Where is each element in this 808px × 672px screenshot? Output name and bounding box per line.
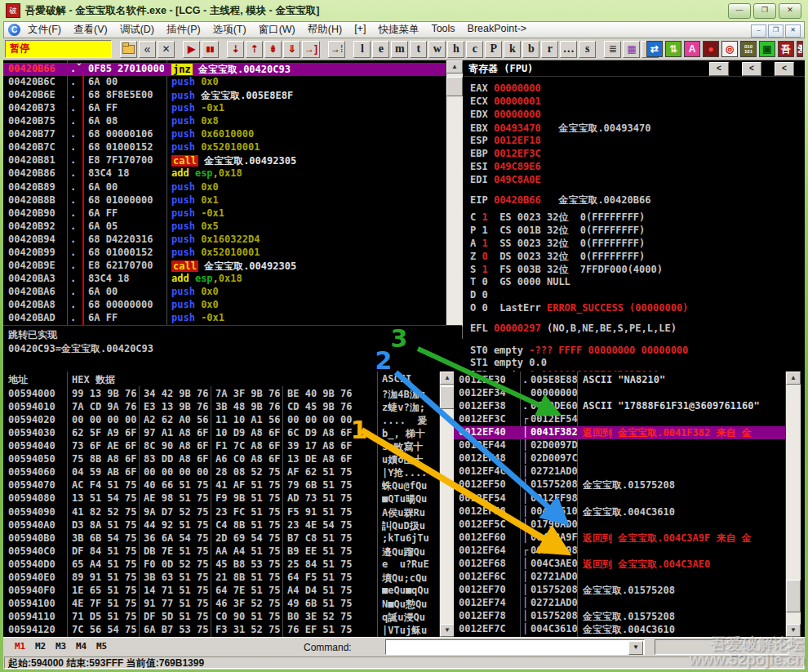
dump-scrollbar[interactable]: ▲ ▼ bbox=[439, 372, 455, 637]
plugin-binary-010-icon[interactable]: 010101 bbox=[740, 41, 757, 57]
disasm-row[interactable]: 00420B9E.E8 62170700call 金宝宝取.00492305 bbox=[3, 260, 446, 273]
window-letter-button-b[interactable]: b bbox=[522, 41, 539, 58]
stack-row[interactable]: 0012EF58│004C3610金宝宝取.004C3610 bbox=[454, 505, 785, 518]
disasm-row[interactable]: 00420B89.6A 00push 0x0 bbox=[3, 181, 446, 194]
disasm-row[interactable]: 00420B99.68 01000152push 0x52010001 bbox=[3, 247, 446, 260]
plugin-wu-logo-icon[interactable]: 吾 bbox=[778, 41, 794, 57]
dump-row[interactable]: 0059411071 D5 51 75DF 5D 51 75C0 90 51 7… bbox=[3, 611, 439, 624]
handles-button[interactable]: ▦ bbox=[623, 41, 640, 58]
register-row[interactable]: EIP 00420B66 金宝宝取.00420B66 bbox=[470, 194, 650, 207]
disasm-row[interactable]: 00420B6E.68 8F8E5E00push 金宝宝取.005E8E8F bbox=[3, 89, 446, 102]
disasm-row[interactable]: 00420B73.6A FFpush -0x1 bbox=[3, 102, 446, 115]
register-row[interactable]: A 1 SS 0023 32位 0(FFFFFFFF) bbox=[470, 237, 645, 251]
dump-row[interactable]: 005940C0DF 84 51 75DB 7E 51 75AA A4 51 7… bbox=[3, 545, 439, 559]
register-row[interactable]: S 1 FS 003B 32位 7FFDF000(4000) bbox=[470, 263, 663, 277]
register-row[interactable]: ECX 00000001 bbox=[470, 96, 541, 107]
disasm-row[interactable]: 00420BA6.6A 00push 0x0 bbox=[3, 286, 446, 299]
dump-row[interactable]: 0059402000 00 00 00A2 62 A0 5611 10 A1 5… bbox=[3, 414, 439, 427]
stack-row[interactable]: 0012EF48│02D0097C bbox=[454, 452, 785, 465]
disasm-row[interactable]: 00420B75.6A 08push 0x8 bbox=[3, 115, 446, 128]
disasm-row[interactable]: 00420B94.68 D4220316push 0x160322D4 bbox=[3, 234, 446, 247]
register-row[interactable]: EBP 0012EF3C bbox=[470, 148, 541, 159]
dump-row[interactable]: 0059406004 59 AB 6F00 00 00 0028 08 52 7… bbox=[3, 466, 439, 479]
dump-row[interactable]: 005940107A CD 9A 76E3 13 9B 763B 48 9B 7… bbox=[3, 401, 439, 414]
disasm-row[interactable]: 00420B66.ˇ0F85 27010000jnz 金宝宝取.00420C93 bbox=[3, 63, 446, 76]
plugin-updown-icon[interactable]: ⇅ bbox=[665, 41, 681, 57]
disassembly-pane[interactable]: 00420B66.ˇ0F85 27010000jnz 金宝宝取.00420C93… bbox=[3, 60, 446, 325]
step-button[interactable]: →] bbox=[302, 41, 320, 58]
stack-row[interactable]: 0012EF40│0041F382返回到 金宝宝取.0041F382 来自 金 bbox=[454, 426, 785, 439]
disasm-row[interactable]: 00420B7C.68 01000152push 0x52010001 bbox=[3, 141, 446, 154]
disasm-row[interactable]: 00420B86.83C4 18add esp,0x18 bbox=[3, 167, 446, 180]
window-letter-button-m[interactable]: m bbox=[391, 41, 408, 58]
register-row[interactable]: O 0 LastErr ERROR_SUCCESS (00000000) bbox=[470, 302, 688, 314]
plugin-target-icon[interactable]: ◎ bbox=[721, 41, 738, 57]
stack-row[interactable]: 0012EF60│004C3A9F返回到 金宝宝取.004C3A9F 来自 金 bbox=[454, 532, 785, 545]
window-letter-button-l[interactable]: l bbox=[353, 41, 371, 58]
register-row[interactable]: ESP 0012EF18 bbox=[470, 135, 541, 146]
plugin-swap-icon[interactable]: ⇄ bbox=[646, 41, 663, 57]
windows-list-button[interactable]: ≣ bbox=[604, 41, 621, 58]
dump-row[interactable]: 0059400099 13 9B 7634 42 9B 767A 3F 9B 7… bbox=[3, 388, 439, 401]
mdi-restore-button[interactable]: ❐ bbox=[768, 24, 784, 38]
mdi-minimize-button[interactable]: – bbox=[751, 24, 766, 38]
maximize-button[interactable]: ❐ bbox=[753, 3, 776, 19]
register-row[interactable]: Z 0 DS 0023 32位 0(FFFFFFFF) bbox=[470, 250, 645, 264]
plugin-clipped-icon[interactable]: 爱 bbox=[797, 41, 803, 57]
memory-tab-M3[interactable]: M3 bbox=[55, 641, 66, 652]
stack-row[interactable]: 0012EF70│01575208金宝宝取.01575208 bbox=[454, 584, 785, 597]
window-letter-button-P[interactable]: P bbox=[485, 41, 502, 58]
menu-item[interactable]: BreakPoint-> bbox=[468, 23, 527, 37]
dump-row[interactable]: 0059403062 5F A9 6F97 A1 A8 6F10 D9 A8 6… bbox=[3, 427, 439, 440]
open-file-button[interactable] bbox=[120, 41, 137, 58]
menu-item[interactable]: 插件(P) bbox=[166, 23, 201, 37]
scroll-down-icon[interactable]: ▼ bbox=[440, 624, 455, 637]
window-letter-button-s[interactable]: s bbox=[579, 41, 596, 58]
dump-row[interactable]: 005941004E 7F 51 7591 77 51 7546 3F 52 7… bbox=[3, 598, 439, 611]
dump-row[interactable]: 0059404073 6F AE 6F8C 90 A8 6FF1 7C A8 6… bbox=[3, 440, 439, 453]
scroll-up-icon[interactable]: ▲ bbox=[446, 60, 463, 73]
memory-tab-M5[interactable]: M5 bbox=[96, 641, 107, 652]
plugin-window-green-icon[interactable]: ▣ bbox=[759, 41, 775, 57]
stack-row[interactable]: 0012EF68│004C3AE0返回到 金宝宝取.004C3AE0 bbox=[454, 558, 785, 571]
pause-button[interactable]: ▮▮ bbox=[202, 41, 219, 58]
disasm-row[interactable]: 00420B6C.6A 00push 0x0 bbox=[3, 76, 446, 89]
scroll-down-icon[interactable]: ▼ bbox=[786, 624, 801, 637]
register-row[interactable]: EDI 049C8A0E bbox=[470, 174, 541, 185]
disasm-row[interactable]: 00420B90.6A FFpush -0x1 bbox=[3, 207, 446, 220]
dump-row[interactable]: 005940F01E 65 51 7514 71 51 7564 7E 51 7… bbox=[3, 585, 439, 598]
menu-item[interactable]: 查看(V) bbox=[73, 23, 108, 37]
disasm-row[interactable]: 00420BA3.83C4 18add esp,0x18 bbox=[3, 273, 446, 286]
dump-row[interactable]: 0059408013 51 54 75AE 98 51 75F9 9B 51 7… bbox=[3, 492, 439, 505]
disasm-row[interactable]: 00420BA8.68 00000000push 0x0 bbox=[3, 299, 446, 312]
stack-row[interactable]: 0012EF3C┌0012EF54 bbox=[454, 413, 785, 426]
dropdown-arrow-icon[interactable]: ▼ bbox=[628, 641, 643, 655]
stack-row[interactable]: 0012EF38.04A0DE60ASCII "17888F61F31@3609… bbox=[454, 400, 785, 413]
step-button[interactable]: ⇓ bbox=[283, 41, 300, 58]
dump-row[interactable]: 00594070AC F4 51 7540 66 51 7541 AF 51 7… bbox=[3, 479, 439, 492]
goto-button[interactable]: →⁞ bbox=[328, 41, 345, 58]
menu-item[interactable]: Tools bbox=[431, 23, 455, 37]
window-letter-button-w[interactable]: w bbox=[428, 41, 446, 58]
stack-row[interactable]: 0012EF3400000000 bbox=[454, 387, 785, 400]
stack-row[interactable]: 0012EF50│01575208金宝宝取.01575208 bbox=[454, 478, 785, 492]
menu-item[interactable]: 快捷菜单 bbox=[378, 23, 419, 37]
dump-row[interactable]: 005940A0D3 8A 51 7544 92 51 75C4 8B 51 7… bbox=[3, 519, 439, 532]
menu-item[interactable]: 窗口(W) bbox=[259, 23, 295, 37]
run-button[interactable]: ▶ bbox=[183, 41, 200, 58]
stack-scrollbar[interactable]: ▲ ▼ bbox=[785, 372, 801, 637]
registers-back-button-2[interactable]: < bbox=[742, 62, 761, 76]
register-row[interactable]: C 1 ES 0023 32位 0(FFFFFFFF) bbox=[470, 211, 645, 225]
window-letter-button-k[interactable]: k bbox=[504, 41, 521, 58]
registers-pane[interactable]: 寄存器 (FPU) < < < EAX 00000000ECX 00000001… bbox=[464, 60, 805, 372]
registers-back-button-1[interactable]: < bbox=[709, 62, 729, 76]
dump-row[interactable]: 0059409041 82 52 759A D7 52 7523 FC 51 7… bbox=[3, 506, 439, 519]
window-letter-button-t[interactable]: t bbox=[410, 41, 427, 58]
memory-tab-M4[interactable]: M4 bbox=[76, 641, 87, 652]
plugin-analyze-a-icon[interactable]: A bbox=[684, 41, 700, 57]
menu-item[interactable]: 文件(F) bbox=[28, 23, 61, 37]
disasm-row[interactable]: 00420B77.68 00000106push 0x6010000 bbox=[3, 128, 446, 141]
stack-row[interactable]: 0012EF5C│01790AD0 bbox=[454, 518, 785, 532]
step-button[interactable]: ⇡ bbox=[246, 41, 263, 58]
window-letter-button-h[interactable]: h bbox=[447, 41, 464, 58]
